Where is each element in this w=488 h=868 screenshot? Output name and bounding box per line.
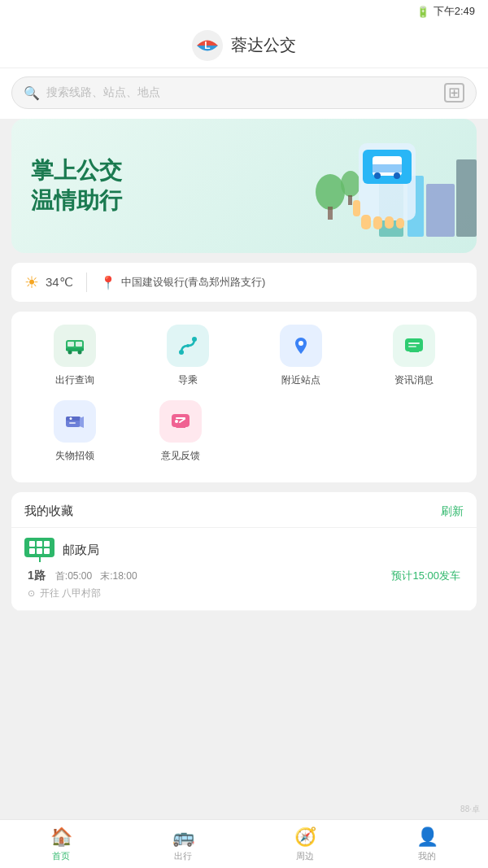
action-nearby-stops[interactable]: 附近站点 — [268, 325, 333, 387]
route-number: 1路 — [28, 569, 46, 583]
svg-rect-26 — [66, 348, 84, 351]
svg-point-4 — [341, 171, 360, 197]
action-label-news: 资讯消息 — [394, 373, 434, 387]
favorite-item[interactable]: 邮政局 1路 首:05:00 末:18:00 预计15:00发车 ⊙ 开往 八甲… — [11, 528, 477, 611]
actions-grid: 出行查询 导乘 附近站点 — [11, 312, 477, 482]
search-bar-wrapper: 🔍 搜索线路、站点、地点 ⊞ — [0, 68, 488, 119]
banner-title2: 温情助行 — [31, 186, 122, 216]
feedback-icon-wrap — [159, 400, 202, 443]
nav-trip[interactable]: 🚌 出行 — [122, 820, 244, 868]
svg-rect-16 — [361, 215, 371, 229]
action-lost-found[interactable]: 失物招领 — [42, 400, 107, 463]
favorite-item-header: 邮政局 — [24, 538, 464, 562]
location-pin-icon — [290, 334, 312, 357]
status-bar: 🔋 下午2:49 — [0, 0, 488, 23]
feedback-icon — [169, 410, 192, 433]
status-icons: 🔋 下午2:49 — [416, 4, 475, 19]
svg-rect-37 — [69, 422, 76, 424]
svg-point-14 — [394, 172, 400, 179]
battery-icon: 🔋 — [416, 6, 429, 18]
svg-rect-5 — [348, 195, 352, 205]
actions-row-1: 出行查询 导乘 附近站点 — [18, 325, 470, 387]
svg-point-36 — [70, 417, 72, 420]
nav-home-label: 首页 — [52, 850, 70, 862]
news-icon-wrap — [393, 325, 435, 367]
location-text: 中国建设银行(青岛郑州路支行) — [121, 275, 266, 290]
direction-text: 开往 八甲村部 — [40, 587, 101, 600]
nav-nearby-label: 周边 — [296, 850, 314, 862]
lost-icon — [63, 410, 86, 433]
action-navigation[interactable]: 导乘 — [155, 325, 220, 387]
action-news[interactable]: 资讯消息 — [381, 325, 447, 387]
route-icon — [176, 334, 199, 357]
svg-point-25 — [77, 351, 81, 355]
action-feedback[interactable]: 意见反馈 — [148, 400, 213, 463]
navigation-icon-wrap — [167, 325, 209, 367]
scan-icon[interactable]: ⊞ — [444, 83, 464, 103]
svg-point-27 — [179, 350, 184, 355]
actions-row-2: 失物招领 意见反馈 — [18, 400, 470, 463]
nav-nearby[interactable]: 🧭 周边 — [244, 820, 366, 868]
location-icon: 📍 — [100, 275, 116, 290]
banner-title1: 掌上公交 — [31, 156, 122, 185]
direction-icon: ⊙ — [28, 588, 35, 599]
svg-point-28 — [192, 337, 197, 342]
weather-bar: ☀ 34℃ 📍 中国建设银行(青岛郑州路支行) — [11, 263, 477, 302]
refresh-button[interactable]: 刷新 — [441, 504, 464, 519]
svg-rect-23 — [76, 342, 82, 347]
app-title: 蓉达公交 — [231, 34, 296, 56]
temperature: 34℃ — [46, 275, 73, 290]
nearby-icon: 🧭 — [294, 827, 316, 848]
bus-stop-grid-icon — [24, 538, 54, 557]
svg-point-30 — [298, 341, 303, 346]
nav-profile-label: 我的 — [418, 850, 436, 862]
first-bus: 首:05:00 — [55, 570, 92, 582]
trip-icon: 🚌 — [172, 827, 194, 848]
weather-right: 📍 中国建设银行(青岛郑州路支行) — [87, 275, 266, 290]
search-placeholder: 搜索线路、站点、地点 — [46, 85, 438, 100]
svg-rect-32 — [408, 342, 420, 344]
weather-left: ☀ 34℃ — [24, 273, 87, 292]
svg-point-24 — [68, 351, 72, 355]
svg-point-41 — [175, 420, 178, 423]
svg-rect-17 — [373, 216, 382, 229]
action-label-trip-query: 出行查询 — [55, 373, 94, 387]
bus-stop-icon-wrap — [24, 538, 54, 562]
svg-point-2 — [316, 174, 345, 210]
svg-rect-3 — [328, 207, 333, 220]
nav-home[interactable]: 🏠 首页 — [0, 820, 122, 868]
search-bar[interactable]: 🔍 搜索线路、站点、地点 ⊞ — [11, 76, 477, 109]
favorite-schedule: 1路 首:05:00 末:18:00 预计15:00发车 — [24, 569, 464, 583]
watermark: 88·卓 — [460, 804, 480, 815]
message-icon — [403, 334, 425, 357]
home-icon: 🏠 — [50, 827, 72, 848]
bottom-nav: 🏠 首页 🚌 出行 🧭 周边 👤 我的 — [0, 819, 488, 868]
favorite-stop-name: 邮政局 — [63, 543, 99, 558]
search-icon: 🔍 — [24, 85, 40, 101]
bus-icon — [63, 334, 86, 357]
sun-icon: ☀ — [24, 273, 39, 292]
profile-icon: 👤 — [416, 827, 438, 848]
app-header: L 蓉达公交 — [0, 23, 488, 68]
svg-rect-20 — [353, 200, 360, 216]
schedule-left: 1路 首:05:00 末:18:00 — [28, 569, 137, 583]
action-label-lost: 失物招领 — [55, 449, 94, 463]
nearby-stops-icon-wrap — [280, 325, 322, 367]
svg-point-29 — [186, 344, 190, 347]
banner: 掌上公交 温情助行 — [11, 119, 477, 253]
action-label-navigation: 导乘 — [178, 373, 198, 387]
action-label-nearby: 附近站点 — [281, 373, 320, 387]
trip-query-icon — [54, 325, 96, 367]
favorites-section: 我的收藏 刷新 邮政局 1路 首:05:0 — [11, 492, 477, 611]
next-bus-time: 预计15:00发车 — [391, 569, 460, 583]
banner-illustration — [281, 119, 477, 253]
sub-route-info: ⊙ 开往 八甲村部 — [24, 583, 464, 600]
svg-rect-18 — [385, 216, 394, 229]
nav-profile[interactable]: 👤 我的 — [366, 820, 488, 868]
app-logo: L — [192, 30, 223, 61]
banner-text: 掌上公交 温情助行 — [11, 140, 142, 232]
action-label-feedback: 意见反馈 — [161, 449, 200, 463]
lost-found-icon-wrap — [54, 400, 96, 443]
action-trip-query[interactable]: 出行查询 — [42, 325, 107, 387]
svg-rect-19 — [396, 218, 404, 229]
